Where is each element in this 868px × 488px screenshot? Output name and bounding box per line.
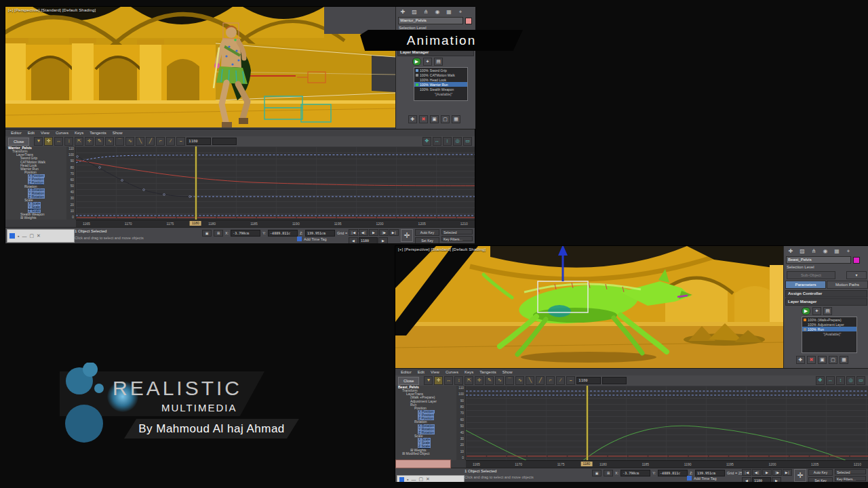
slide-keys-icon[interactable]: ↔ — [54, 137, 63, 146]
key-value-field[interactable] — [602, 377, 627, 384]
close-icon[interactable]: ✕ — [37, 233, 41, 239]
layer-properties-icon[interactable]: ▤ — [823, 307, 832, 315]
add-keys-icon[interactable]: ✛ — [85, 137, 94, 146]
zoom-icon[interactable]: ◎ — [846, 376, 855, 385]
y-coordinate-field[interactable]: -4889.811c — [658, 470, 688, 476]
sub-object-button[interactable]: Sub-Object — [787, 271, 835, 279]
viewport-beast[interactable]: [+] [Perspective] [Standard] [Default Sh… — [395, 246, 783, 368]
viewport-warrior[interactable]: [+] [Perspective] [Standard] [Default Sh… — [5, 7, 395, 127]
add-time-tag[interactable]: Add Time Tag — [304, 237, 327, 241]
hierarchy-tab-icon[interactable]: ⋔ — [810, 247, 818, 255]
menu-item[interactable]: Edit — [418, 369, 425, 375]
hierarchy-tab-icon[interactable]: ⋔ — [422, 8, 430, 16]
modify-tab-icon[interactable]: ▨ — [798, 247, 806, 255]
slow-tangent-icon[interactable]: ╱ — [536, 376, 545, 385]
time-slider[interactable] — [195, 146, 197, 220]
zoom-value-extents-icon[interactable]: ↕ — [443, 137, 452, 146]
curve-graph[interactable] — [466, 386, 868, 460]
layer-row[interactable]: 100%(Walk+Prepare) — [802, 317, 856, 322]
layer-row[interactable]: 100%Stealth Weapon — [414, 87, 467, 92]
animation-mode-icon[interactable]: ▶ — [412, 58, 421, 66]
selection-lock-icon[interactable]: ▣ — [202, 230, 212, 237]
copy-layer-icon[interactable]: ▣ — [818, 356, 827, 364]
track-row[interactable]: ⊞ Modified Object — [395, 452, 456, 455]
modify-tab-icon[interactable]: ▨ — [410, 8, 418, 16]
menu-item[interactable]: Edit — [28, 129, 35, 136]
layer-row[interactable]: "[Available]" — [414, 92, 467, 96]
next-key-icon[interactable]: ∣▶ — [772, 469, 782, 476]
layer-properties-icon[interactable]: ▤ — [434, 58, 443, 66]
scale-values-icon[interactable]: ⇱ — [465, 376, 473, 385]
viewport-label[interactable]: [+] [Perspective] [Standard] [Default Sh… — [8, 8, 96, 12]
reduce-keys-icon[interactable]: ∿ — [495, 376, 504, 385]
animation-mode-icon[interactable]: ▶ — [802, 307, 810, 315]
play-icon[interactable]: ▶ — [369, 229, 378, 236]
draw-curves-icon[interactable]: ✎ — [95, 137, 104, 146]
layer-manager-rollout[interactable]: Layer Manager — [785, 298, 867, 306]
layer-row[interactable]: "[Available]" — [802, 331, 856, 336]
slow-tangent-icon[interactable]: ╱ — [146, 137, 155, 146]
zoom-horizontal-extents-icon[interactable]: ↔ — [433, 137, 441, 146]
time-slider[interactable] — [587, 386, 588, 460]
x-coordinate-field[interactable]: -3.790cm — [620, 470, 650, 476]
object-color-swatch[interactable] — [853, 257, 860, 264]
set-keys-button[interactable]: ✛ — [794, 469, 806, 482]
draw-curves-icon[interactable]: ✎ — [485, 376, 494, 385]
z-coordinate-field[interactable]: 139.951cm — [305, 230, 335, 237]
move-keys-icon[interactable]: ✛ — [44, 137, 53, 146]
zoom-icon[interactable]: ◎ — [453, 137, 462, 146]
menu-item[interactable]: Editor — [401, 369, 412, 375]
setup-mode-icon[interactable]: ✦ — [423, 58, 432, 66]
auto-tangent-icon[interactable]: ⌒ — [505, 376, 514, 385]
spline-tangent-icon[interactable]: ∿ — [515, 376, 524, 385]
key-mode-dropdown[interactable]: Selected — [835, 469, 866, 474]
fast-tangent-icon[interactable]: ╲ — [526, 376, 534, 385]
setup-mode-icon[interactable]: ✦ — [812, 307, 821, 315]
go-to-start-icon[interactable]: ∣◀ — [349, 229, 358, 236]
scale-keys-icon[interactable]: ↕ — [454, 376, 463, 385]
copy-layer-icon[interactable]: ▣ — [430, 115, 439, 123]
app-icon[interactable]: ▪ — [18, 234, 19, 239]
menu-item[interactable]: Tangents — [90, 129, 106, 136]
current-frame-field[interactable]: 1180 — [359, 237, 378, 243]
zoom-value-extents-icon[interactable]: ↕ — [836, 376, 845, 385]
motion-tab-icon[interactable]: ◉ — [821, 247, 829, 255]
close-button[interactable]: Close — [8, 138, 29, 146]
layer-row[interactable]: 100%Sword Grip — [414, 68, 467, 73]
minimize-icon[interactable]: — — [411, 477, 416, 482]
next-frame-icon[interactable]: ▶ — [378, 237, 388, 243]
absolute-mode-icon[interactable]: ⊞ — [604, 470, 613, 476]
display-tab-icon[interactable]: ▦ — [445, 8, 453, 16]
menu-item[interactable]: Show — [502, 369, 513, 375]
key-time-field[interactable]: 1180 — [576, 377, 601, 384]
add-layer-icon[interactable]: ✚ — [408, 115, 417, 123]
layer-row[interactable]: 100%Adjustment Layer — [802, 322, 856, 327]
menu-item[interactable]: Keys — [465, 369, 473, 375]
scale-keys-icon[interactable]: ↕ — [64, 137, 73, 146]
auto-key-button[interactable]: Auto Key — [808, 469, 833, 476]
layer-row[interactable]: 100%CATMotion Walk — [414, 73, 467, 77]
go-to-start-icon[interactable]: ∣◀ — [742, 469, 751, 476]
step-tangent-icon[interactable]: ⌐ — [156, 137, 165, 146]
delete-layer-icon[interactable]: ✖ — [419, 115, 428, 123]
play-icon[interactable]: ▶ — [762, 469, 772, 476]
object-name-field[interactable]: Beast_Pelvis — [786, 256, 851, 264]
add-time-tag[interactable]: Add Time Tag — [694, 476, 717, 481]
layer-colors-icon[interactable]: ▦ — [840, 356, 848, 364]
step-tangent-icon[interactable]: ⌐ — [546, 376, 555, 385]
add-keys-icon[interactable]: ✛ — [475, 376, 484, 385]
zoom-horizontal-extents-icon[interactable]: ↔ — [826, 376, 835, 385]
motion-paths-button[interactable]: Motion Paths — [827, 281, 868, 289]
x-coordinate-field[interactable]: -3.790cm — [231, 230, 260, 237]
object-color-swatch[interactable] — [465, 18, 472, 24]
next-frame-icon[interactable]: ▶ — [772, 477, 781, 482]
close-button[interactable]: Close — [398, 377, 419, 385]
mini-window-titlebar[interactable]: ▪—▢✕ — [397, 475, 465, 482]
filter-icon[interactable]: ▼ — [34, 137, 43, 146]
paste-layer-icon[interactable]: ▢ — [829, 356, 837, 364]
menu-item[interactable]: Show — [113, 129, 123, 136]
go-to-end-icon[interactable]: ▶∣ — [389, 229, 399, 236]
reduce-keys-icon[interactable]: ∿ — [105, 137, 114, 146]
filter-icon[interactable]: ▼ — [424, 376, 433, 385]
move-keys-icon[interactable]: ✛ — [434, 376, 443, 385]
